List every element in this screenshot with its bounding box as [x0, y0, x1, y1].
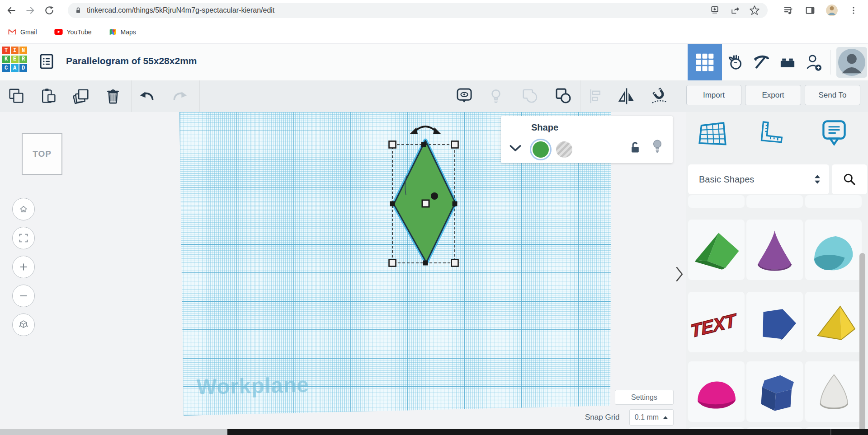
simlab-glove-icon[interactable]: [722, 44, 748, 80]
paste-icon[interactable]: [38, 86, 58, 106]
rotate-handle[interactable]: [410, 126, 441, 134]
lightbulb-toggle-icon[interactable]: [486, 86, 506, 106]
logo-tile: T: [2, 47, 10, 54]
fit-view-button[interactable]: [12, 227, 35, 249]
selected-shape-overlay[interactable]: [375, 117, 475, 279]
header-separator: [830, 50, 831, 75]
show-all-icon[interactable]: [454, 86, 474, 106]
browser-menu-icon[interactable]: [846, 3, 861, 18]
shape-tile-polygon[interactable]: [746, 292, 803, 352]
unlock-icon[interactable]: [628, 140, 642, 156]
logo-tile: R: [19, 56, 27, 63]
snap-grid-label: Snap Grid: [585, 413, 620, 422]
logo-tile: N: [19, 47, 27, 54]
grid-icon: [694, 52, 715, 73]
group-icon[interactable]: [520, 86, 540, 106]
logo-tile: I: [11, 47, 19, 54]
height-handle[interactable]: [422, 200, 429, 207]
zoom-out-button[interactable]: [12, 285, 35, 307]
send-to-button[interactable]: Send To: [805, 85, 860, 105]
align-icon[interactable]: [586, 86, 606, 106]
caret-up-icon: [663, 416, 668, 420]
shape-tile-pyramid[interactable]: [805, 292, 862, 352]
browser-refresh-icon[interactable]: [42, 3, 57, 18]
youtube-icon: [54, 28, 63, 35]
logo-tile: D: [19, 64, 27, 72]
shape-tile-paraboloid[interactable]: [805, 361, 862, 422]
shape-category-select[interactable]: Basic Shapes: [688, 164, 829, 194]
edit-toolbar: Import Export Send To: [0, 80, 868, 112]
snap-grid-value: 0.1 mm: [635, 413, 659, 421]
bookmark-maps[interactable]: Maps: [109, 28, 136, 36]
bottom-bar-divider: [830, 429, 831, 435]
home-view-button[interactable]: [12, 198, 35, 220]
shape-tile-cone[interactable]: [746, 220, 803, 280]
bottom-bar-gray: [0, 429, 227, 435]
document-title[interactable]: Parallelogram of 55x28x2mm: [66, 56, 197, 66]
logo-tile: E: [11, 56, 19, 63]
search-icon: [842, 172, 857, 187]
delete-icon[interactable]: [103, 86, 123, 106]
browser-profile-avatar[interactable]: [825, 3, 839, 18]
tinkercad-app-window: tinkercad.com/things/5kRjruN4m7g-spectac…: [0, 0, 868, 435]
shape-tile-partial[interactable]: [746, 195, 803, 208]
url-bar[interactable]: tinkercad.com/things/5kRjruN4m7g-spectac…: [68, 3, 768, 18]
share-icon[interactable]: [728, 4, 741, 17]
install-icon[interactable]: [708, 4, 722, 17]
ungroup-icon[interactable]: [553, 86, 573, 106]
bookmarks-bar: Gmail YouTube Maps: [0, 20, 868, 44]
export-button[interactable]: Export: [745, 85, 801, 105]
bookmark-youtube[interactable]: YouTube: [54, 28, 92, 36]
shape-tile-half-sphere[interactable]: [688, 361, 745, 422]
side-panel-icon[interactable]: [803, 3, 817, 18]
toolbar-separator: [131, 80, 132, 112]
hole-swatch[interactable]: [556, 141, 572, 158]
lego-brick-icon[interactable]: [774, 44, 801, 80]
shape-tile-partial[interactable]: [688, 195, 745, 208]
hide-lightbulb-icon[interactable]: [650, 138, 665, 156]
view-cube[interactable]: TOP: [22, 133, 62, 175]
mirror-icon[interactable]: [617, 86, 637, 106]
account-avatar[interactable]: [836, 47, 867, 78]
workplane-magnet-icon[interactable]: [649, 86, 669, 106]
category-value: Basic Shapes: [699, 174, 814, 185]
undo-icon[interactable]: [137, 86, 157, 106]
search-shapes-button[interactable]: [832, 164, 867, 194]
perspective-toggle-button[interactable]: [12, 313, 35, 336]
minecraft-pickaxe-icon[interactable]: [748, 44, 774, 80]
zoom-in-button[interactable]: [12, 256, 35, 278]
design-menu-icon[interactable]: [40, 54, 53, 69]
center-dot-handle[interactable]: [431, 192, 438, 200]
settings-button[interactable]: Settings: [615, 390, 674, 405]
snap-grid-select[interactable]: 0.1 mm: [629, 409, 674, 426]
dashboard-grid-button[interactable]: [688, 44, 722, 80]
copy-icon[interactable]: [6, 86, 26, 106]
redo-icon[interactable]: [170, 86, 190, 106]
workplane-tool-icon[interactable]: [696, 118, 729, 151]
invite-person-icon[interactable]: [801, 44, 827, 80]
shape-tile-partial[interactable]: [805, 195, 862, 208]
ruler-tool-icon[interactable]: [755, 118, 785, 148]
shape-tile-round-roof[interactable]: [805, 220, 862, 280]
url-text[interactable]: tinkercad.com/things/5kRjruN4m7g-spectac…: [87, 6, 702, 14]
select-arrows-icon: [814, 174, 821, 184]
browser-back-icon[interactable]: [4, 3, 19, 18]
browser-forward-icon[interactable]: [23, 3, 38, 18]
tinkercad-header: TINKERCAD Parallelogram of 55x28x2mm: [0, 44, 868, 81]
notes-tool-icon[interactable]: [820, 118, 848, 148]
shape-tile-hex-prism[interactable]: [746, 361, 803, 422]
bookmark-star-icon[interactable]: [748, 4, 761, 17]
collapse-panel-icon[interactable]: [509, 144, 522, 152]
import-button[interactable]: Import: [686, 85, 741, 105]
extension-playlist-icon[interactable]: [781, 3, 796, 18]
bookmark-gmail[interactable]: Gmail: [8, 28, 37, 36]
solid-color-swatch[interactable]: [533, 141, 549, 158]
gallery-scrollbar[interactable]: [859, 253, 865, 435]
tinkercad-logo[interactable]: TINKERCAD: [2, 47, 28, 72]
shape-tile-text[interactable]: TEXT: [688, 292, 745, 352]
duplicate-icon[interactable]: [71, 86, 91, 106]
lock-icon: [74, 6, 82, 14]
shape-inspector-panel: Shape: [501, 116, 673, 163]
panel-collapse-arrow[interactable]: [675, 266, 684, 283]
shape-tile-roof[interactable]: [688, 220, 745, 280]
